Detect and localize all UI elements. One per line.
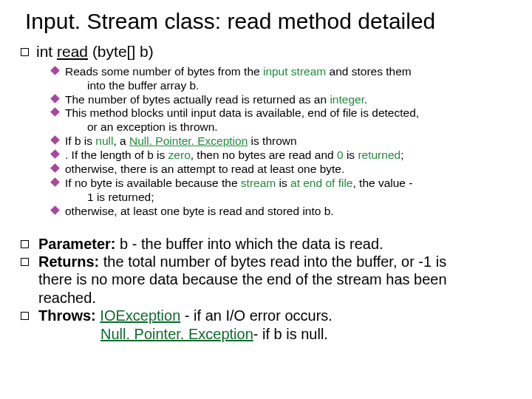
slide-title: Input. Stream class: read method detaile… [25,9,511,35]
javadoc-list: Parameter: b - the buffer into which the… [21,235,511,343]
diamond-icon [50,177,60,187]
slide: Input. Stream class: read method detaile… [0,0,532,399]
param-line: Parameter: b - the buffer into which the… [21,235,511,253]
returns-cont: reached. [21,289,511,307]
bullet-square-icon [21,312,29,320]
return-type: int [36,43,57,60]
bullet-square-icon [21,240,29,248]
detail-item: The number of bytes actually read is ret… [52,93,511,107]
method-signature: int read (byte[] b) [21,42,511,61]
bullet-square-icon [21,258,29,266]
bullet-square-icon [21,48,29,56]
returns-line: Returns: the total number of bytes read … [21,253,511,270]
diamond-icon [50,94,60,103]
detail-item: If b is null, a Null. Pointer. Exception… [52,134,511,149]
detail-item: otherwise, there is an attempt to read a… [52,163,511,177]
returns-cont: there is no more data because the end of… [21,270,511,288]
detail-cont: 1 is returned; [52,191,511,205]
diamond-icon [50,163,60,173]
method-name: read [57,43,88,60]
detail-cont: or an exception is thrown. [52,120,511,134]
detail-item: If no byte is available because the stre… [52,177,511,191]
throws-line: Throws: IOException - if an I/O error oc… [21,307,511,324]
detail-list: Reads some number of bytes from the inpu… [52,65,511,219]
throws-cont: Null. Pointer. Exception- if b is null. [21,325,511,343]
npe-link: Null. Pointer. Exception [100,326,253,342]
detail-item: Reads some number of bytes from the inpu… [52,65,511,79]
detail-item: otherwise, at least one byte is read and… [52,205,511,219]
method-params: (byte[] b) [88,43,154,60]
detail-item: This method blocks until input data is a… [52,106,511,120]
diamond-icon [50,66,60,75]
diamond-icon [50,135,60,145]
detail-item: . If the length of b is zero, then no by… [52,149,511,163]
ioexception-link: IOException [100,307,180,324]
diamond-icon [50,149,60,159]
diamond-icon [50,108,60,117]
detail-cont: into the buffer array b. [52,79,511,93]
diamond-icon [50,205,60,215]
